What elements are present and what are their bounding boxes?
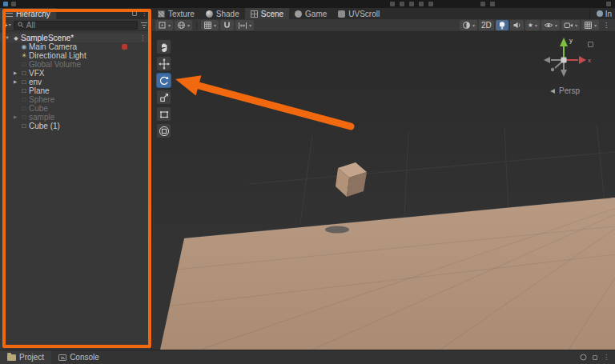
projection-indicator[interactable]: Persp [549, 86, 580, 95]
rect-tool-button[interactable] [156, 106, 171, 122]
main-toolbar-strip [0, 0, 615, 8]
scene-menu-icon[interactable]: ⋮ [139, 35, 146, 42]
tab-uvscroll[interactable]: UVScroll [332, 8, 385, 19]
tab-console[interactable]: Console [51, 350, 107, 364]
scene-effects-button[interactable]: ★ ▾ [525, 20, 540, 30]
create-object-button[interactable]: + ▾ [3, 21, 11, 30]
foldout-closed-icon[interactable]: ▶ [11, 71, 19, 76]
tab-scene[interactable]: Scene [245, 8, 289, 19]
tab-project[interactable]: Project [0, 350, 51, 364]
console-tab-label: Console [70, 353, 99, 362]
toolbar-icon[interactable] [400, 2, 404, 6]
rotate-tool-button[interactable] [156, 73, 171, 88]
scene-camera-settings-button[interactable]: ▾ [561, 20, 580, 30]
2d-toggle-button[interactable]: 2D [479, 20, 494, 30]
caret-down-icon: ▾ [575, 23, 577, 28]
toolbar-icon[interactable] [480, 2, 485, 6]
tab-hierarchy[interactable]: Hierarchy [0, 8, 56, 19]
gizmo-lock-icon[interactable] [588, 42, 593, 47]
hierarchy-row-main-camera[interactable]: ◉ Main Camera [0, 42, 151, 51]
foldout-open-icon[interactable]: ▼ [3, 36, 11, 41]
hierarchy-row-directional-light[interactable]: ☀ Directional Light [0, 51, 151, 60]
scene-lighting-button[interactable] [496, 20, 508, 30]
tab-texture[interactable]: Texture [152, 8, 200, 19]
cube-object[interactable] [336, 162, 367, 197]
snap-toggle-button[interactable] [220, 20, 234, 30]
tab-label: Scene [261, 10, 283, 18]
scene-audio-button[interactable] [510, 20, 524, 30]
toolbar-divider [196, 22, 197, 30]
hand-tool-button[interactable] [156, 39, 171, 54]
hierarchy-item-label: Directional Light [29, 51, 86, 60]
toolbar-icon[interactable] [490, 2, 495, 6]
persp-icon [549, 88, 556, 94]
hierarchy-row-cube[interactable]: □ Cube [0, 104, 151, 113]
lock-icon[interactable] [132, 11, 137, 16]
toolbar-icon[interactable] [419, 2, 424, 6]
toolbar-icon[interactable] [409, 2, 414, 6]
account-icon[interactable] [11, 2, 16, 6]
hierarchy-tab-label: Hierarchy [16, 10, 50, 18]
game-tab-icon [295, 10, 302, 18]
caret-down-icon: ▾ [214, 23, 216, 28]
tab-game[interactable]: Game [289, 8, 332, 19]
rotate-icon [159, 75, 170, 86]
camera-icon [564, 22, 573, 29]
inspector-icon [597, 10, 603, 17]
foldout-closed-icon[interactable]: ▶ [11, 115, 19, 120]
shade-tab-icon [206, 10, 213, 18]
foldout-closed-icon[interactable]: ▶ [11, 80, 19, 85]
snap-increment-button[interactable]: ▾ [235, 20, 254, 30]
lock-icon[interactable] [593, 355, 597, 360]
hierarchy-tabbar: Hierarchy ⋮ [0, 8, 151, 19]
filter-icon[interactable] [140, 22, 148, 29]
axis-y-cone[interactable] [560, 38, 568, 46]
hierarchy-row-global-volume[interactable]: □ Global Volume [0, 60, 151, 69]
2d-label: 2D [481, 21, 492, 30]
caret-down-icon: ▾ [472, 23, 475, 28]
hierarchy-row-sample[interactable]: ▶ □ sample [0, 113, 151, 122]
toolbar-icon[interactable] [606, 2, 611, 6]
tab-inspector-partial[interactable]: In [589, 8, 615, 19]
hierarchy-search-input[interactable]: All [14, 21, 138, 30]
gameobject-icon: □ [19, 70, 29, 77]
gizmos-button[interactable]: ▾ [581, 20, 599, 30]
gizmo-center-cube[interactable] [561, 58, 567, 63]
handle-rotation-button[interactable]: ▾ [175, 20, 192, 30]
folder-icon [7, 354, 16, 361]
panel-menu-icon[interactable]: ⋮ [141, 10, 147, 17]
scene-toolstrip [156, 39, 171, 138]
orientation-gizmo[interactable]: y x [535, 34, 596, 86]
hierarchy-item-label: Global Volume [29, 60, 81, 69]
tab-shade[interactable]: Shade [200, 8, 245, 19]
scene-viewport[interactable]: y x Persp [152, 32, 615, 350]
ground-plane[interactable] [160, 198, 615, 350]
caret-down-icon: ▾ [594, 23, 597, 28]
tool-settings-button[interactable]: ▾ [155, 20, 173, 30]
hierarchy-row-cube-1[interactable]: □ Cube (1) [0, 122, 151, 130]
hierarchy-row-sphere[interactable]: □ Sphere [0, 95, 151, 104]
effects-star-icon: ★ [528, 22, 533, 29]
hierarchy-row-plane[interactable]: □ Plane [0, 86, 151, 95]
hierarchy-row-env[interactable]: ▶ □ env [0, 78, 151, 86]
scale-tool-button[interactable] [156, 90, 171, 105]
hierarchy-row-scene[interactable]: ▼ ◆ SampleScene* ⋮ [0, 34, 151, 42]
grid-visibility-button[interactable]: ▾ [201, 20, 219, 30]
rect-tool-icon [159, 109, 170, 120]
scene-view-menu-icon[interactable]: ⋮ [601, 20, 612, 30]
scene-visibility-button[interactable]: ▾ [541, 20, 560, 30]
caret-down-icon: ▾ [555, 23, 557, 28]
bottom-panel-bar: Project Console ⋮ [0, 350, 615, 364]
panel-menu-icon[interactable]: ⋮ [603, 354, 609, 361]
hierarchy-row-vfx[interactable]: ▶ □ VFX [0, 69, 151, 78]
toolbar-icon[interactable] [390, 2, 395, 6]
shading-mode-button[interactable]: ▾ [460, 20, 477, 30]
caret-down-icon: ▾ [168, 23, 171, 28]
transform-tool-button[interactable] [156, 123, 171, 138]
move-tool-button[interactable] [156, 56, 171, 71]
toolbar-icon[interactable] [428, 2, 433, 6]
unity-cloud-icon[interactable] [3, 2, 8, 6]
axis-x-label: x [588, 57, 591, 64]
axis-x-cone[interactable] [579, 56, 586, 64]
status-circle-icon[interactable] [580, 354, 587, 361]
